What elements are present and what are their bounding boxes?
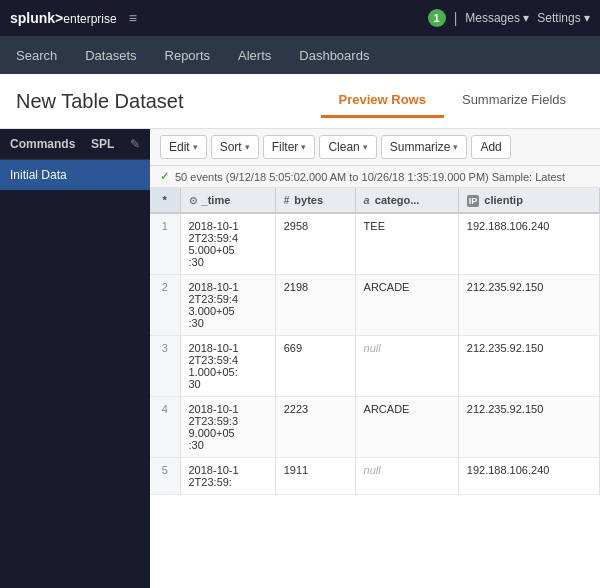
messages-link[interactable]: Messages ▾	[465, 11, 529, 25]
row-4-clientip: 212.235.92.150	[458, 397, 599, 458]
row-5-category: null	[355, 458, 458, 495]
row-3-bytes: 669	[275, 336, 355, 397]
row-num-5: 5	[150, 458, 180, 495]
row-num-2: 2	[150, 275, 180, 336]
toolbar: Edit ▾ Sort ▾ Filter ▾ Clean ▾ Summarize…	[150, 129, 600, 166]
clean-button[interactable]: Clean ▾	[319, 135, 376, 159]
table-container: * ⊙ _time # bytes a catego... IP clienti…	[150, 188, 600, 588]
row-num-3: 3	[150, 336, 180, 397]
col-rownum: *	[150, 188, 180, 213]
table-row: 2 2018-10-12T23:59:43.000+05:30 2198 ARC…	[150, 275, 600, 336]
row-2-category: ARCADE	[355, 275, 458, 336]
top-nav-left: splunk>enterprise ≡	[10, 10, 137, 26]
main-layout: Commands SPL ✎ Initial Data Edit ▾ Sort …	[0, 129, 600, 588]
top-nav-right: 1 | Messages ▾ Settings ▾	[428, 9, 590, 27]
col-time[interactable]: ⊙ _time	[180, 188, 275, 213]
sidebar-header: Commands SPL ✎	[0, 129, 150, 160]
row-3-clientip: 212.235.92.150	[458, 336, 599, 397]
table-row: 5 2018-10-12T23:59: 1911 null 192.188.10…	[150, 458, 600, 495]
top-nav: splunk>enterprise ≡ 1 | Messages ▾ Setti…	[0, 0, 600, 36]
row-1-category: TEE	[355, 213, 458, 275]
row-5-bytes: 1911	[275, 458, 355, 495]
row-3-time: 2018-10-12T23:59:41.000+05:30	[180, 336, 275, 397]
second-nav: Search Datasets Reports Alerts Dashboard…	[0, 36, 600, 74]
row-5-clientip: 192.188.106.240	[458, 458, 599, 495]
row-4-time: 2018-10-12T23:59:39.000+05:30	[180, 397, 275, 458]
status-text: 50 events (9/12/18 5:05:02.000 AM to 10/…	[175, 171, 565, 183]
pipe-icon: |	[454, 10, 458, 26]
status-check: ✓	[160, 170, 169, 183]
hamburger-icon[interactable]: ≡	[129, 10, 137, 26]
info-badge: 1	[428, 9, 446, 27]
row-1-clientip: 192.188.106.240	[458, 213, 599, 275]
tab-group: Preview Rows Summarize Fields	[321, 84, 584, 118]
row-2-clientip: 212.235.92.150	[458, 275, 599, 336]
sidebar-spl-label[interactable]: SPL	[91, 137, 114, 151]
status-bar: ✓ 50 events (9/12/18 5:05:02.000 AM to 1…	[150, 166, 600, 188]
splunk-logo-text: splunk>	[10, 10, 63, 26]
nav-alerts[interactable]: Alerts	[234, 40, 275, 71]
row-3-category: null	[355, 336, 458, 397]
row-2-time: 2018-10-12T23:59:43.000+05:30	[180, 275, 275, 336]
row-num-1: 1	[150, 213, 180, 275]
content-area: Edit ▾ Sort ▾ Filter ▾ Clean ▾ Summarize…	[150, 129, 600, 588]
row-5-time: 2018-10-12T23:59:	[180, 458, 275, 495]
settings-link[interactable]: Settings ▾	[537, 11, 590, 25]
edit-icon[interactable]: ✎	[130, 137, 140, 151]
row-4-bytes: 2223	[275, 397, 355, 458]
sidebar: Commands SPL ✎ Initial Data	[0, 129, 150, 588]
splunk-logo-suffix: enterprise	[63, 12, 116, 26]
nav-datasets[interactable]: Datasets	[81, 40, 140, 71]
sort-button[interactable]: Sort ▾	[211, 135, 259, 159]
tab-preview-rows[interactable]: Preview Rows	[321, 84, 444, 118]
summarize-button[interactable]: Summarize ▾	[381, 135, 468, 159]
add-button[interactable]: Add	[471, 135, 510, 159]
data-table: * ⊙ _time # bytes a catego... IP clienti…	[150, 188, 600, 495]
table-row: 4 2018-10-12T23:59:39.000+05:30 2223 ARC…	[150, 397, 600, 458]
row-1-time: 2018-10-12T23:59:45.000+05:30	[180, 213, 275, 275]
row-num-4: 4	[150, 397, 180, 458]
row-1-bytes: 2958	[275, 213, 355, 275]
table-header-row: * ⊙ _time # bytes a catego... IP clienti…	[150, 188, 600, 213]
sidebar-commands-label: Commands	[10, 137, 75, 151]
splunk-logo: splunk>enterprise	[10, 10, 117, 26]
nav-dashboards[interactable]: Dashboards	[295, 40, 373, 71]
nav-reports[interactable]: Reports	[161, 40, 215, 71]
tab-summarize-fields[interactable]: Summarize Fields	[444, 84, 584, 118]
nav-search[interactable]: Search	[12, 40, 61, 71]
table-row: 3 2018-10-12T23:59:41.000+05:30 669 null…	[150, 336, 600, 397]
row-2-bytes: 2198	[275, 275, 355, 336]
col-clientip[interactable]: IP clientip	[458, 188, 599, 213]
page-header: New Table Dataset Preview Rows Summarize…	[0, 74, 600, 129]
col-bytes[interactable]: # bytes	[275, 188, 355, 213]
page-title: New Table Dataset	[16, 90, 184, 113]
row-4-category: ARCADE	[355, 397, 458, 458]
filter-button[interactable]: Filter ▾	[263, 135, 316, 159]
edit-button[interactable]: Edit ▾	[160, 135, 207, 159]
sidebar-item-initial-data[interactable]: Initial Data	[0, 160, 150, 190]
col-category[interactable]: a catego...	[355, 188, 458, 213]
table-row: 1 2018-10-12T23:59:45.000+05:30 2958 TEE…	[150, 213, 600, 275]
